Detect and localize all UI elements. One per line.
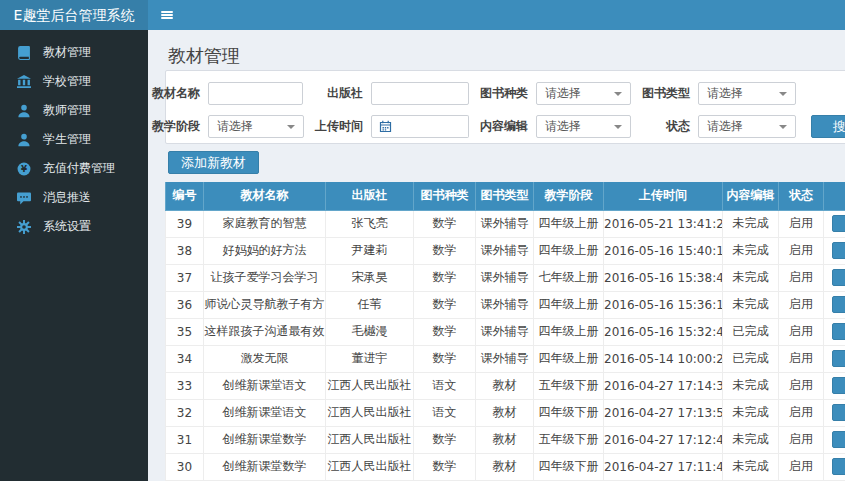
add-textbook-button[interactable]: 添加新教材 [168,151,259,174]
table-cell-actions [824,426,845,453]
table-cell-name: 创维新课堂语文 [204,399,326,426]
content-edit-select[interactable]: 请选择 [536,115,631,138]
row-action-button[interactable] [832,458,845,475]
table-cell-type: 课外辅导 [476,291,534,318]
search-button[interactable]: 搜索 [811,115,845,138]
app-logo[interactable]: E趣堂后台管理系统 [0,0,148,30]
column-header-upload-time: 上传时间 [604,182,723,210]
table-cell-upload-time: 2016-05-16 15:32:48 [604,318,723,345]
sidebar-item-label: 学校管理 [43,73,91,90]
sidebar-item-label: 消息推送 [43,189,91,206]
table-cell-actions [824,453,845,480]
teaching-stage-select[interactable]: 请选择 [208,115,304,138]
row-action-button[interactable] [832,242,845,259]
table-cell-content-edit: 未完成 [723,210,779,237]
row-action-button[interactable] [832,404,845,421]
textbook-name-input[interactable] [208,82,303,105]
table-cell-category: 数学 [414,345,476,372]
book-icon [17,46,31,60]
chevron-down-icon [614,125,622,129]
sidebar-item-student-management[interactable]: 学生管理 [0,125,148,154]
sidebar-item-school-management[interactable]: 学校管理 [0,67,148,96]
table-cell-upload-time: 2016-04-27 17:13:50 [604,399,723,426]
filter-label-upload-time: 上传时间 [315,115,363,138]
table-cell-actions [824,237,845,264]
page-title: 教材管理 [168,44,240,68]
row-action-button[interactable] [832,215,845,232]
calendar-icon[interactable] [371,115,399,138]
table-cell-content-edit: 未完成 [723,237,779,264]
publisher-input[interactable] [371,82,469,105]
table-cell-publisher: 江西人民出版社 [326,399,414,426]
sidebar-toggle-button[interactable] [148,0,186,30]
row-action-button[interactable] [832,269,845,286]
top-navbar: E趣堂后台管理系统 [0,0,845,30]
column-header-stage: 教学阶段 [534,182,604,210]
table-cell-name: 这样跟孩子沟通最有效 [204,318,326,345]
table-cell-upload-time: 2016-05-16 15:40:14 [604,237,723,264]
table-cell-actions [824,318,845,345]
row-action-button[interactable] [832,431,845,448]
table-cell-publisher: 宋承昊 [326,264,414,291]
message-icon [17,191,31,205]
table-cell-stage: 四年级上册 [534,345,604,372]
table-cell-publisher: 江西人民出版社 [326,453,414,480]
table-cell-name: 师说心灵导航教子有方 [204,291,326,318]
payment-icon: ¥ [17,162,31,176]
table-cell-actions [824,345,845,372]
table-cell-status: 启用 [779,426,824,453]
sidebar-item-teacher-management[interactable]: 教师管理 [0,96,148,125]
table-cell-stage: 七年级上册 [534,264,604,291]
column-header-status: 状态 [779,182,824,210]
teacher-icon [17,104,31,118]
hamburger-icon [161,11,173,13]
table-cell-category: 数学 [414,453,476,480]
table-row: 33创维新课堂语文江西人民出版社语文教材五年级下册2016-04-27 17:1… [166,372,845,399]
sidebar-item-payment-management[interactable]: ¥ 充值付费管理 [0,154,148,183]
upload-time-input[interactable] [398,115,469,138]
row-action-button[interactable] [832,323,845,340]
table-cell-type: 课外辅导 [476,210,534,237]
textbook-table: 编号教材名称出版社图书种类图书类型教学阶段上传时间内容编辑状态 39家庭教育的智… [165,182,845,481]
row-action-button[interactable] [832,350,845,367]
table-cell-publisher: 毛樾漫 [326,318,414,345]
table-cell-type: 教材 [476,453,534,480]
table-cell-stage: 四年级下册 [534,399,604,426]
table-cell-actions [824,264,845,291]
table-cell-type: 课外辅导 [476,264,534,291]
table-cell-status: 启用 [779,399,824,426]
row-action-button[interactable] [832,377,845,394]
table-cell-content-edit: 未完成 [723,264,779,291]
table-cell-category: 数学 [414,210,476,237]
table-cell-category: 语文 [414,399,476,426]
table-cell-status: 启用 [779,237,824,264]
table-cell-name: 让孩子爱学习会学习 [204,264,326,291]
book-type-select[interactable]: 请选择 [698,82,796,105]
table-cell-type: 课外辅导 [476,318,534,345]
table-cell-status: 启用 [779,318,824,345]
table-cell-type: 教材 [476,426,534,453]
table-cell-id: 32 [166,399,204,426]
table-cell-name: 家庭教育的智慧 [204,210,326,237]
status-select[interactable]: 请选择 [698,115,796,138]
row-action-button[interactable] [832,296,845,313]
sidebar-menu: 教材管理 学校管理 教师管理 学生管理 ¥ 充值付费管理 [0,30,148,241]
sidebar-item-label: 教材管理 [43,44,91,61]
column-header-category: 图书种类 [414,182,476,210]
table-cell-status: 启用 [779,210,824,237]
student-icon [17,133,31,147]
sidebar-item-system-settings[interactable]: 系统设置 [0,212,148,241]
table-body: 39家庭教育的智慧张飞亮数学课外辅导四年级上册2016-05-21 13:41:… [166,210,845,480]
filter-label-textbook-name: 教材名称 [152,82,200,105]
table-cell-upload-time: 2016-05-16 15:38:48 [604,264,723,291]
sidebar-item-textbook-management[interactable]: 教材管理 [0,38,148,67]
table-row: 32创维新课堂语文江西人民出版社语文教材四年级下册2016-04-27 17:1… [166,399,845,426]
table-cell-id: 37 [166,264,204,291]
table-cell-status: 启用 [779,372,824,399]
sidebar-item-message-push[interactable]: 消息推送 [0,183,148,212]
svg-text:¥: ¥ [21,164,27,174]
table-cell-type: 教材 [476,399,534,426]
book-category-select[interactable]: 请选择 [536,82,631,105]
school-icon [17,75,31,89]
chevron-down-icon [779,125,787,129]
